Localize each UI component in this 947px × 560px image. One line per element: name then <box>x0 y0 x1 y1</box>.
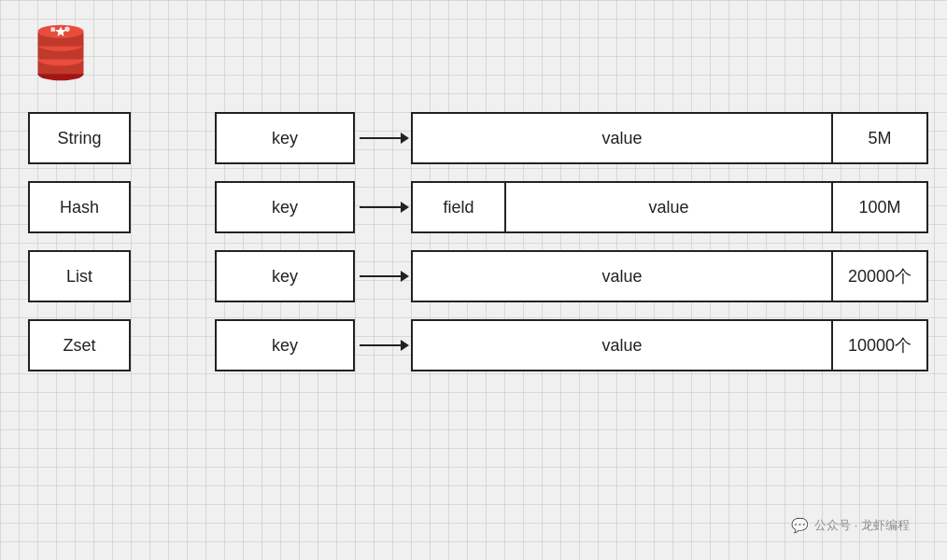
svg-marker-17 <box>401 340 409 351</box>
type-label-zset: Zset <box>28 319 131 371</box>
value-group-zset: value10000个 <box>411 319 928 371</box>
svg-marker-13 <box>401 202 409 213</box>
wechat-icon: 💬 <box>791 517 809 534</box>
watermark-text: 公众号 · 龙虾编程 <box>814 517 910 534</box>
key-box-string: key <box>215 112 355 164</box>
key-box-list: key <box>215 250 355 302</box>
value-cell: value <box>413 321 833 370</box>
value-group-list: value20000个 <box>411 250 928 302</box>
svg-point-9 <box>64 27 69 32</box>
watermark: 💬 公众号 · 龙虾编程 <box>791 517 910 534</box>
type-label-hash: Hash <box>28 181 131 233</box>
value-cell: value <box>413 114 833 162</box>
value-cell: value <box>413 252 833 301</box>
arrow-icon <box>355 319 411 371</box>
value-group-string: value5M <box>411 112 928 164</box>
type-label-string: String <box>28 112 131 164</box>
key-box-zset: key <box>215 319 355 371</box>
arrow-icon <box>355 181 411 233</box>
type-label-list: List <box>28 250 131 302</box>
size-cell: 5M <box>833 114 926 162</box>
row-list: Listkey value20000个 <box>28 250 928 302</box>
size-cell: 100M <box>833 183 926 231</box>
row-string: Stringkey value5M <box>28 112 928 164</box>
row-zset: Zsetkey value10000个 <box>28 319 928 371</box>
value-group-hash: fieldvalue100M <box>411 181 928 233</box>
value-cell: value <box>506 183 833 231</box>
arrow-icon <box>355 112 411 164</box>
field-cell: field <box>413 183 506 231</box>
redis-logo <box>28 17 93 82</box>
size-cell: 10000个 <box>833 321 926 370</box>
arrow-icon <box>355 250 411 302</box>
row-hash: Hashkey fieldvalue100M <box>28 181 928 233</box>
svg-rect-8 <box>51 27 55 31</box>
svg-marker-11 <box>401 133 409 144</box>
size-cell: 20000个 <box>833 252 926 301</box>
diagram-container: Stringkey value5MHashkey fieldvalue100ML… <box>28 112 928 371</box>
key-box-hash: key <box>215 181 355 233</box>
svg-marker-15 <box>401 271 409 282</box>
